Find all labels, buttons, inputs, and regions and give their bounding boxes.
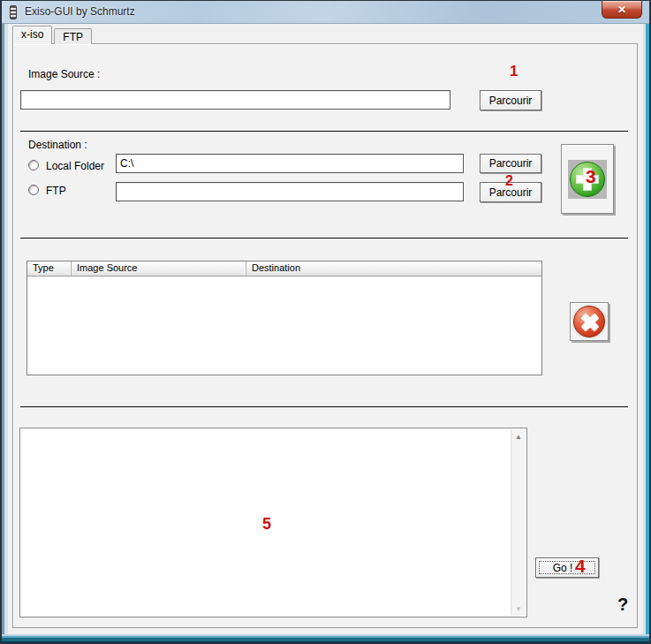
column-header-image-source[interactable]: Image Source [72, 261, 246, 276]
queue-table[interactable]: Type Image Source Destination [26, 261, 542, 375]
image-source-label: Image Source : [28, 68, 100, 80]
separator-2 [20, 238, 628, 239]
client-area: x-iso FTP Image Source : Parcourir 1 Des… [8, 24, 643, 634]
help-question-mark[interactable]: ? [617, 595, 628, 615]
tab-x-iso[interactable]: x-iso [12, 26, 52, 44]
column-header-type[interactable]: Type [27, 261, 72, 276]
window-title: Exiso-GUI by Schmurtz [25, 5, 135, 18]
local-folder-browse-button[interactable]: Parcourir [480, 154, 541, 173]
log-output[interactable]: ▲ ▼ [19, 428, 527, 617]
destination-label: Destination : [28, 139, 87, 151]
local-folder-radio-label[interactable]: Local Folder [46, 160, 104, 172]
close-button[interactable]: ✕ [602, 1, 642, 19]
image-source-input[interactable] [20, 90, 450, 110]
annotation-1: 1 [510, 63, 518, 80]
delete-icon [573, 306, 605, 337]
title-bar[interactable]: Exiso-GUI by Schmurtz ✕ [2, 1, 649, 24]
annotation-3: 3 [586, 166, 596, 187]
ftp-path-input[interactable] [116, 182, 464, 201]
window-border-bottom [2, 634, 649, 643]
go-button[interactable]: Go ! [535, 557, 599, 578]
window-border-left [1, 1, 8, 643]
x-iso-tab-page: Image Source : Parcourir 1 Destination :… [12, 43, 638, 628]
separator-3 [20, 406, 628, 407]
queue-table-body[interactable] [27, 277, 541, 375]
annotation-2: 2 [505, 173, 513, 189]
annotation-5: 5 [262, 515, 271, 534]
window-border-right [643, 1, 650, 643]
log-scrollbar[interactable]: ▲ ▼ [511, 429, 526, 616]
column-header-destination[interactable]: Destination [246, 261, 541, 276]
app-icon [10, 5, 17, 19]
ftp-radio-label[interactable]: FTP [46, 185, 66, 197]
remove-from-queue-button[interactable] [570, 302, 609, 341]
tab-ftp[interactable]: FTP [54, 28, 92, 44]
scroll-up-icon[interactable]: ▲ [511, 429, 526, 443]
annotation-4: 4 [575, 556, 586, 577]
close-icon: ✕ [617, 4, 626, 16]
local-folder-radio[interactable] [28, 160, 39, 170]
scroll-down-icon[interactable]: ▼ [511, 602, 526, 616]
ftp-radio[interactable] [28, 185, 39, 195]
separator-1 [20, 131, 628, 132]
app-window: Exiso-GUI by Schmurtz ✕ x-iso FTP Image … [0, 0, 651, 644]
image-source-browse-button[interactable]: Parcourir [480, 90, 541, 110]
queue-table-header: Type Image Source Destination [27, 261, 541, 277]
local-folder-path-input[interactable] [116, 154, 464, 173]
tab-strip: x-iso FTP [12, 26, 94, 44]
